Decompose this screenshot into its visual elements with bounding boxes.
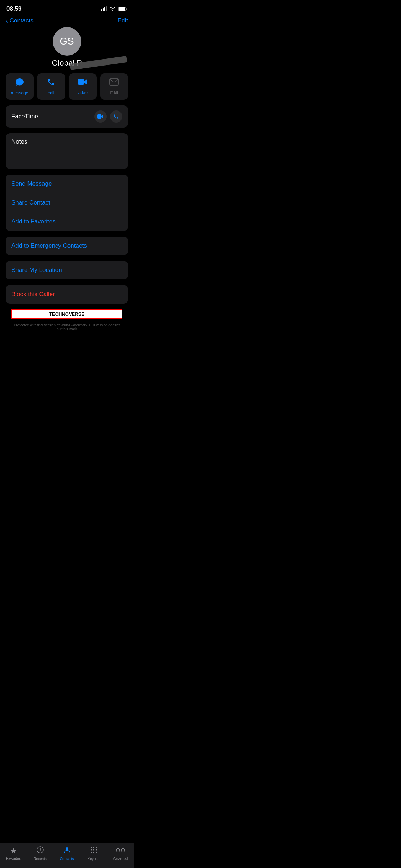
notes-card: Notes: [6, 133, 128, 169]
status-time: 08.59: [6, 5, 22, 12]
avatar: GS: [53, 27, 81, 56]
facetime-card: FaceTime: [6, 105, 128, 128]
video-icon: [78, 78, 88, 88]
wifi-icon: [110, 6, 116, 11]
svg-rect-9: [97, 114, 101, 119]
watermark-container: TECHNOVERSE Protected with trial version…: [6, 309, 128, 332]
call-icon: [47, 78, 55, 88]
contact-header: GS Global P: [0, 27, 134, 73]
message-button[interactable]: message: [6, 73, 34, 100]
svg-rect-2: [104, 7, 105, 11]
signal-icon: [101, 6, 108, 11]
mail-button[interactable]: mail: [100, 73, 128, 100]
call-label: call: [48, 91, 54, 95]
mail-label: mail: [110, 90, 118, 95]
call-button[interactable]: call: [37, 73, 65, 100]
svg-rect-7: [78, 79, 84, 85]
share-contact-button[interactable]: Share Contact: [6, 193, 128, 212]
watermark-brand: TECHNOVERSE: [11, 309, 122, 319]
svg-rect-0: [101, 9, 102, 11]
send-message-button[interactable]: Send Message: [6, 175, 128, 193]
back-button[interactable]: ‹ Contacts: [6, 17, 34, 24]
facetime-video-button[interactable]: [94, 110, 107, 123]
message-icon: [15, 78, 24, 88]
nav-bar: ‹ Contacts Edit: [0, 16, 134, 27]
mail-icon: [109, 78, 119, 88]
svg-rect-6: [126, 8, 127, 10]
action-buttons: message call video: [0, 73, 134, 100]
share-location-button[interactable]: Share My Location: [6, 261, 128, 279]
add-emergency-button[interactable]: Add to Emergency Contacts: [6, 237, 128, 255]
notes-label: Notes: [11, 138, 122, 145]
contact-name: Global P: [52, 58, 82, 68]
facetime-audio-button[interactable]: [110, 110, 122, 123]
battery-icon: [118, 7, 127, 11]
video-label: video: [77, 90, 88, 95]
block-caller-button[interactable]: Block this Caller: [6, 285, 128, 304]
video-button[interactable]: video: [69, 73, 97, 100]
status-bar: 08.59: [0, 0, 134, 16]
svg-rect-5: [119, 7, 125, 11]
add-to-favorites-button[interactable]: Add to Favorites: [6, 212, 128, 231]
back-label: Contacts: [10, 17, 34, 24]
facetime-actions: [94, 110, 122, 123]
message-label: message: [11, 91, 29, 95]
facetime-label: FaceTime: [11, 113, 38, 120]
watermark-disclaimer: Protected with trial version of visual w…: [6, 322, 128, 332]
svg-rect-1: [103, 8, 104, 11]
facetime-row: FaceTime: [6, 105, 128, 128]
status-icons: [101, 6, 127, 11]
svg-rect-3: [106, 6, 107, 11]
redact-overlay: [70, 56, 127, 70]
svg-rect-8: [110, 79, 118, 85]
edit-button[interactable]: Edit: [118, 17, 128, 24]
back-chevron-icon: ‹: [6, 17, 8, 24]
action-list: Send Message Share Contact Add to Favori…: [6, 175, 128, 231]
